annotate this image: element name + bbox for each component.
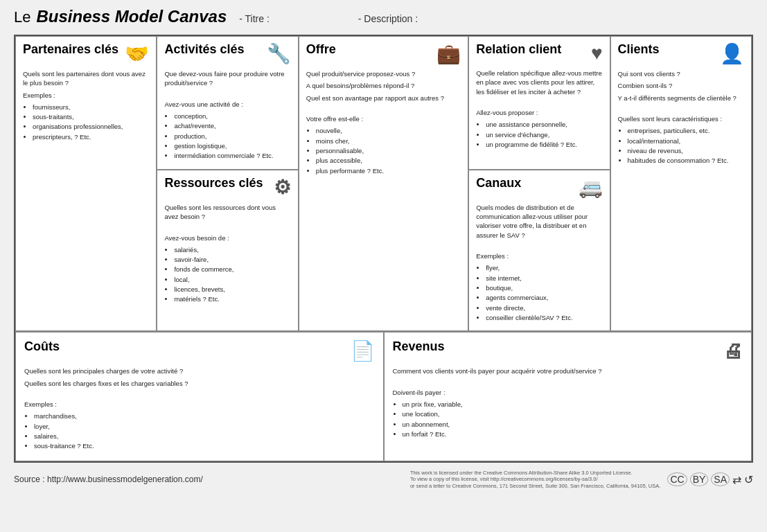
- list-item: prescripteurs, ? Etc.: [33, 132, 149, 141]
- couts-title: Coûts: [24, 339, 60, 354]
- list-item: un prix fixe, variable,: [403, 400, 743, 409]
- share-icon: ⇄: [732, 473, 741, 486]
- list-item: local,: [174, 275, 290, 284]
- list-item: niveau de revenus,: [628, 146, 744, 155]
- clients-q3: Y a-t-il différents segments de clientèl…: [618, 94, 744, 103]
- page-footer: Source : http://www.businessmodelgenerat…: [14, 470, 753, 490]
- activites-title: Activités clés: [164, 42, 244, 57]
- relation-body: Quelle relation spécifique allez-vous me…: [476, 69, 602, 149]
- ressources-header: Ressources clés ⚙: [164, 176, 290, 199]
- list-item: sous-traitance ? Etc.: [34, 441, 375, 450]
- revenus-header: Revenus 🖨: [393, 339, 743, 362]
- list-item: production,: [174, 132, 290, 141]
- activites-q1: Que devez-vous faire pour produire votre…: [164, 69, 290, 88]
- ressources-body: Quelles sont les ressources dont vous av…: [164, 203, 290, 304]
- offre-q3: Quel est son avantage par rapport aux au…: [306, 94, 461, 103]
- list-item: un service d'échange,: [486, 130, 602, 139]
- list-item: agents commerciaux,: [486, 293, 602, 302]
- remix-icon: ↺: [744, 473, 753, 486]
- handshake-icon: 🤝: [125, 42, 149, 65]
- ressources-q2: Avez-vous besoin de :: [164, 233, 290, 242]
- revenus-title: Revenus: [393, 339, 445, 354]
- partenaires-q1: Quels sont les partenaires dont vous ave…: [23, 69, 149, 88]
- list-item: une assistance personnelle,: [486, 120, 602, 129]
- business-model-canvas: Partenaires clés 🤝 Quels sont les parten…: [14, 35, 753, 463]
- license-line1: This work is licensed under the Creative…: [410, 470, 633, 476]
- canaux-title: Canaux: [476, 176, 521, 190]
- canvas-grid: Partenaires clés 🤝 Quels sont les parten…: [15, 36, 752, 331]
- offre-header: Offre 💼: [306, 42, 461, 65]
- canaux-q2: Exemples :: [476, 251, 602, 260]
- list-item: nouvelle,: [316, 126, 461, 135]
- sa-icon: SA: [711, 472, 730, 486]
- header-sep2: - Description :: [358, 13, 418, 24]
- list-item: vente directe,: [486, 303, 602, 312]
- couts-list: marchandises, loyer, salaires, sous-trai…: [34, 411, 375, 450]
- cell-clients: Clients 👤 Qui sont vos clients ? Combien…: [610, 36, 752, 331]
- partenaires-header: Partenaires clés 🤝: [23, 42, 149, 65]
- ressources-title: Ressources clés: [164, 176, 263, 190]
- list-item: un forfait ? Etc.: [403, 429, 743, 438]
- ressources-list: salariés, savoir-faire, fonds de commerc…: [174, 245, 290, 304]
- offre-q2: A quel besoins/problèmes répond-il ?: [306, 81, 461, 90]
- list-item: conception,: [174, 112, 290, 121]
- couts-q1: Quelles sont les principales charges de …: [24, 366, 375, 375]
- cell-couts: Coûts 📄 Quelles sont les principales cha…: [15, 332, 384, 461]
- clients-title: Clients: [618, 42, 660, 57]
- revenus-body: Comment vos clients vont-ils payer pour …: [393, 366, 743, 438]
- list-item: plus performante ? Etc.: [316, 166, 461, 175]
- canaux-body: Quels modes de distribution et de commun…: [476, 203, 602, 323]
- list-item: moins cher,: [316, 136, 461, 145]
- coins-icon: 📄: [351, 339, 375, 362]
- activites-list: conception, achat/revente, production, g…: [174, 112, 290, 160]
- list-item: local/international,: [628, 136, 744, 145]
- cell-canaux: Canaux 🚐 Quels modes de distribution et …: [468, 170, 610, 332]
- list-item: une location,: [403, 409, 743, 418]
- license-text: This work is licensed under the Creative…: [410, 470, 660, 490]
- clients-q1: Qui sont vos clients ?: [618, 69, 744, 78]
- cell-activites: Activités clés 🔧 Que devez-vous faire po…: [157, 36, 298, 170]
- list-item: personnalisable,: [316, 146, 461, 155]
- cell-relation: Relation client ♥ Quelle relation spécif…: [468, 36, 610, 170]
- list-item: un programme de fidélité ? Etc.: [486, 140, 602, 149]
- list-item: sous-traitants,: [33, 112, 149, 121]
- clients-q4: Quelles sont leurs caractéristiques :: [618, 114, 744, 123]
- relation-title: Relation client: [476, 42, 561, 57]
- list-item: fournisseurs,: [33, 103, 149, 112]
- gear-icon: ⚙: [274, 176, 291, 199]
- revenus-list: un prix fixe, variable, une location, un…: [403, 400, 743, 438]
- list-item: matériels ? Etc.: [174, 294, 290, 303]
- header-brand: Business Model Canvas: [36, 7, 227, 26]
- partenaires-body: Quels sont les partenaires dont vous ave…: [23, 69, 149, 141]
- bottom-row: Coûts 📄 Quelles sont les principales cha…: [15, 331, 752, 461]
- cell-offre: Offre 💼 Quel produit/service proposez-vo…: [299, 36, 468, 331]
- partenaires-title: Partenaires clés: [23, 42, 118, 57]
- partenaires-list: fournisseurs, sous-traitants, organisati…: [33, 103, 149, 141]
- person-icon: 👤: [720, 42, 744, 65]
- list-item: savoir-faire,: [174, 255, 290, 264]
- couts-q3: Exemples :: [24, 400, 375, 409]
- partenaires-exemples: Exemples :: [23, 91, 149, 100]
- ressources-q1: Quelles sont les ressources dont vous av…: [164, 203, 290, 222]
- canaux-q1: Quels modes de distribution et de commun…: [476, 203, 602, 240]
- clients-body: Qui sont vos clients ? Combien sont-ils …: [618, 69, 744, 166]
- source-text: Source : http://www.businessmodelgenerat…: [14, 475, 203, 484]
- clients-list: entreprises, particuliers, etc. local/in…: [628, 126, 744, 165]
- list-item: site internet,: [486, 274, 602, 283]
- activites-header: Activités clés 🔧: [164, 42, 290, 65]
- canaux-list: flyer, site internet, boutique, agents c…: [486, 263, 602, 322]
- truck-icon: 🚐: [579, 176, 603, 199]
- couts-q2: Quelles sont les charges fixes et les ch…: [24, 379, 375, 388]
- list-item: habitudes de consommation ? Etc.: [628, 156, 744, 165]
- canaux-header: Canaux 🚐: [476, 176, 602, 199]
- license-line3: or send a letter to Creative Commons, 17…: [410, 483, 660, 489]
- list-item: organisations professionnelles,: [33, 122, 149, 131]
- cash-icon: 🖨: [723, 339, 743, 362]
- list-item: salariés,: [174, 245, 290, 254]
- couts-body: Quelles sont les principales charges de …: [24, 366, 375, 450]
- activites-q2: Avez-vous une activité de :: [164, 100, 290, 109]
- page-header: Le Business Model Canvas - Titre : - Des…: [14, 7, 753, 26]
- relation-list: une assistance personnelle, un service d…: [486, 120, 602, 149]
- list-item: boutique,: [486, 283, 602, 292]
- briefcase-icon: 💼: [437, 42, 461, 65]
